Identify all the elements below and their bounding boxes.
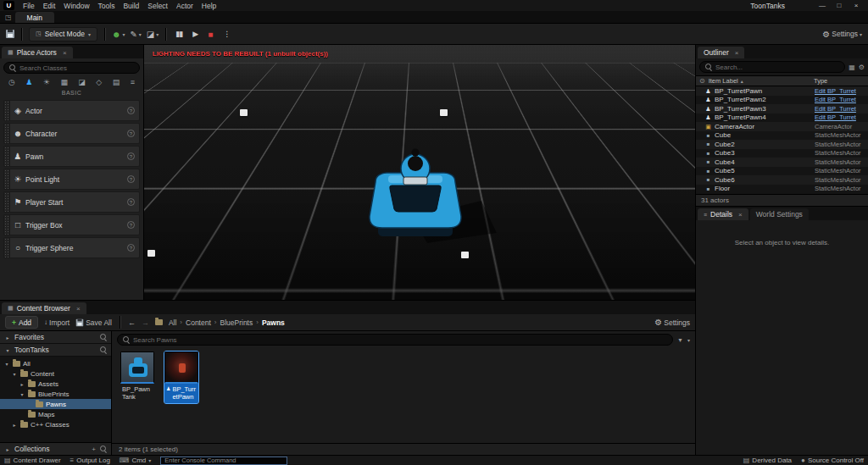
select-mode-dropdown[interactable]: ◳ Select Mode ▾ [29,27,97,42]
place-actors-tab[interactable]: ▦ Place Actors × [2,47,73,58]
outliner-row[interactable]: ■ Cube6 StaticMeshActor [696,175,868,185]
tree-item-maps[interactable]: Maps [0,409,111,419]
settings-button[interactable]: ⚙ Settings ▾ [822,30,862,39]
search-icon[interactable] [100,334,107,340]
unbuilt-cube-actor[interactable] [461,252,469,258]
edit-blueprint-link[interactable]: Edit BP_Turret [815,105,865,113]
outliner-search-input[interactable] [715,64,839,71]
menu-file[interactable]: File [19,0,39,11]
content-browser-settings-button[interactable]: ⚙ Settings [654,318,690,327]
search-icon[interactable] [100,346,107,353]
column-item-label[interactable]: Item Label ▲ [709,77,810,85]
pause-button[interactable]: ▮▮ [173,30,185,38]
edit-blueprint-link[interactable]: Edit BP_Turret [815,87,865,95]
collections-section[interactable]: ▸ Collections + [0,442,111,455]
tree-item-content[interactable]: ▾ Content [0,368,111,379]
play-button[interactable]: ▶ [190,30,200,38]
all-classes-category-icon[interactable]: ≡ [131,78,135,86]
console-command-input[interactable] [160,457,287,465]
chevron-right-icon[interactable]: ▸ [19,381,25,387]
search-icon[interactable] [100,446,107,452]
menu-window[interactable]: Window [59,0,93,11]
breadcrumb-all[interactable]: All [169,318,176,327]
outliner-row[interactable]: ■ Cube4 StaticMeshActor [696,158,868,167]
blueprints-button[interactable]: ✎ ▾ [130,30,141,39]
outliner-filter-icon[interactable]: ▦ [849,64,855,71]
menu-build[interactable]: Build [119,0,143,11]
unbuilt-cube-actor[interactable] [440,109,448,116]
close-icon[interactable]: × [738,211,743,219]
geometry-category-icon[interactable]: ▤ [113,78,120,86]
stop-button[interactable]: ■ [205,30,215,39]
breadcrumb-blueprints[interactable]: BluePrints [220,318,253,327]
lights-category-icon[interactable]: ☀ [43,78,50,86]
outliner-row[interactable]: ■ Floor StaticMeshActor [696,185,868,194]
close-icon[interactable]: × [735,49,739,57]
back-button[interactable]: ← [128,318,136,327]
close-icon[interactable]: × [76,305,81,313]
place-actor-item-trigger-sphere[interactable]: ○ Trigger Sphere ? [3,237,140,258]
place-actor-item-player-start[interactable]: ⚑ Player Start ? [3,191,140,213]
derived-data-button[interactable]: ▤ Derived Data [743,457,792,464]
viewport[interactable]: LIGHTING NEEDS TO BE REBUILT (1 unbuilt … [144,45,695,300]
search-assets-input[interactable] [133,336,667,344]
outliner-row[interactable]: ■ Cube StaticMeshActor [696,131,868,141]
recently-placed-icon[interactable]: ◷ [8,78,15,86]
breadcrumb-pawns[interactable]: Pawns [262,318,285,327]
chevron-right-icon[interactable]: ▸ [11,422,18,428]
maximize-button[interactable]: □ [831,0,848,11]
tree-item-cpp-classes[interactable]: ▸ C++ Classes [0,419,111,429]
outliner-row[interactable]: ♟ BP_TurretPawn2 Edit BP_Turret [696,96,868,105]
add-collection-icon[interactable]: + [92,446,96,453]
place-actor-item-character[interactable]: ☻ Character ? [3,123,140,144]
minimize-button[interactable]: — [814,0,831,11]
output-log-button[interactable]: ≡ Output Log [70,457,110,464]
outliner-row[interactable]: ▣ CameraActor CameraActor [696,122,868,131]
place-actor-item-actor[interactable]: ◈ Actor ? [3,100,140,121]
menu-select[interactable]: Select [143,0,172,11]
visibility-eye-icon[interactable]: ⊙ [699,77,705,85]
favorites-section[interactable]: ▸ Favorites [0,331,111,344]
chevron-down-icon[interactable]: ▾ [11,371,18,377]
outliner-row[interactable]: ♟ BP_TurretPawn4 Edit BP_Turret [696,113,868,123]
asset-tile-bp-pawntank[interactable]: BP_PawnTank [120,352,154,403]
world-settings-tab[interactable]: World Settings [750,208,809,220]
tree-item-blueprints[interactable]: ▾ BluePrints [0,389,111,399]
search-classes-input[interactable] [19,64,134,72]
details-tab[interactable]: ≡ Details × [698,208,748,220]
import-button[interactable]: ↓ Import [44,318,70,327]
add-actor-button[interactable]: ☻ ▾ [112,30,125,39]
column-type[interactable]: Type [814,77,865,85]
menu-tools[interactable]: Tools [94,0,120,11]
source-control-button[interactable]: ● Source Control Off [801,457,864,464]
add-button[interactable]: + Add [5,316,38,329]
outliner-settings-icon[interactable]: ⚙ [859,64,865,71]
outliner-row[interactable]: ■ Cube5 StaticMeshActor [696,167,868,176]
cmd-dropdown[interactable]: ⌨ Cmd ▾ [120,457,151,464]
outliner-row[interactable]: ■ Cube2 StaticMeshActor [696,140,868,149]
cinematic-category-icon[interactable]: ◪ [78,78,86,86]
asset-tile-bp-turretpawn[interactable]: ♟ BP_TurretPawn [164,352,198,403]
shapes-category-icon[interactable]: ▦ [60,78,68,86]
tank-pawn-actor[interactable] [329,133,498,252]
filter-funnel-icon[interactable]: ▼ [677,337,683,343]
breadcrumb-content[interactable]: Content [186,318,211,327]
tree-item-pawns[interactable]: Pawns [0,399,111,409]
project-section[interactable]: ▾ ToonTanks [0,344,111,357]
basic-category-icon[interactable]: ♟ [25,78,32,86]
tree-item-assets[interactable]: ▸ Assets [0,379,111,389]
forward-button[interactable]: → [142,318,149,327]
effects-category-icon[interactable]: ◇ [96,78,102,86]
unbuilt-cube-actor[interactable] [147,250,155,257]
outliner-row[interactable]: ♟ BP_TurretPawn Edit BP_Turret [696,86,868,96]
cinematics-button[interactable]: ◪ ▾ [147,30,159,39]
chevron-down-icon[interactable]: ▾ [19,391,25,397]
outliner-row[interactable]: ♟ BP_TurretPawn3 Edit BP_Turret [696,104,868,113]
playback-options-button[interactable]: ⋮ [220,30,232,38]
unbuilt-cube-actor[interactable] [240,109,248,116]
menu-actor[interactable]: Actor [172,0,198,11]
tree-item-all[interactable]: ▾ All [0,358,111,368]
menu-edit[interactable]: Edit [39,0,60,11]
content-browser-tab[interactable]: ▦ Content Browser × [2,302,86,314]
outliner-tab[interactable]: Outliner × [698,47,744,58]
